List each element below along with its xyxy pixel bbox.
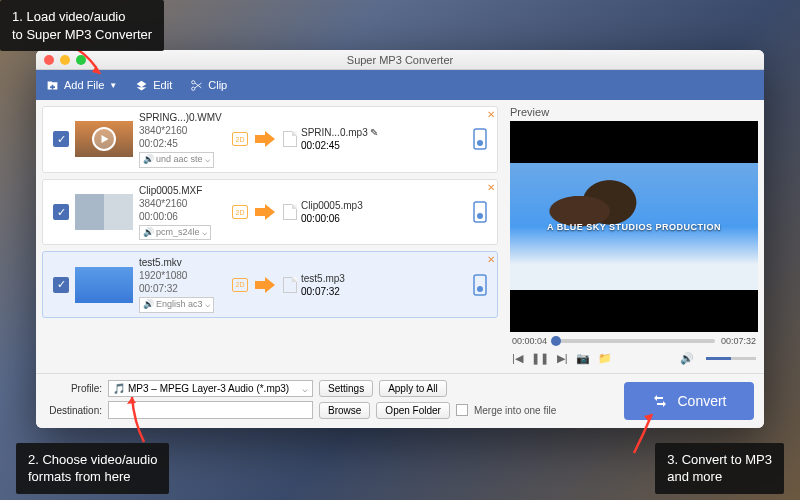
file-list: SPRING...)0.WMV 3840*2160 00:02:45 🔊 und… <box>36 100 504 373</box>
profile-label: Profile: <box>46 383 102 394</box>
svg-point-7 <box>477 286 483 292</box>
merge-label: Merge into one file <box>474 405 556 416</box>
video-preview[interactable]: A BLUE SKY STUDIOS PRODUCTION <box>510 121 758 332</box>
preview-label: Preview <box>510 106 758 118</box>
source-filename: SPRING...)0.WMV <box>139 111 229 124</box>
next-button[interactable]: ▶| <box>557 352 568 365</box>
arrow-right-icon <box>255 277 275 293</box>
edit-button[interactable]: Edit <box>135 79 172 92</box>
thumbnail[interactable] <box>75 121 133 157</box>
window-title: Super MP3 Converter <box>36 54 764 66</box>
apply-all-button[interactable]: Apply to All <box>379 380 446 397</box>
row-checkbox[interactable] <box>53 204 69 220</box>
browse-button[interactable]: Browse <box>319 402 370 419</box>
seek-slider[interactable] <box>553 339 715 343</box>
device-icon[interactable] <box>469 125 491 153</box>
svg-point-3 <box>477 140 483 146</box>
source-dimensions: 3840*2160 <box>139 197 229 210</box>
source-duration: 00:02:45 <box>139 137 229 150</box>
scissors-icon <box>190 79 203 92</box>
badge-2d-icon: 2D <box>232 132 248 146</box>
pause-button[interactable]: ❚❚ <box>531 352 549 365</box>
time-current: 00:00:04 <box>512 336 547 346</box>
badge-2d-icon: 2D <box>232 278 248 292</box>
time-total: 00:07:32 <box>721 336 756 346</box>
badge-2d-icon: 2D <box>232 205 248 219</box>
file-row[interactable]: SPRING...)0.WMV 3840*2160 00:02:45 🔊 und… <box>42 106 498 173</box>
file-row[interactable]: Clip0005.MXF 3840*2160 00:00:06 🔊 pcm_s2… <box>42 179 498 246</box>
merge-checkbox[interactable] <box>456 404 468 416</box>
audio-track-select[interactable]: 🔊 und aac ste ⌵ <box>139 152 214 168</box>
edit-label: Edit <box>153 79 172 91</box>
clip-button[interactable]: Clip <box>190 79 227 92</box>
row-checkbox[interactable] <box>53 131 69 147</box>
audio-track-select[interactable]: 🔊 pcm_s24le ⌵ <box>139 225 211 241</box>
thumbnail[interactable] <box>75 267 133 303</box>
output-filename: Clip0005.mp3 <box>301 199 379 212</box>
volume-icon[interactable]: 🔊 <box>680 352 694 365</box>
source-dimensions: 3840*2160 <box>139 124 229 137</box>
audio-track-select[interactable]: 🔊 English ac3 ⌵ <box>139 297 214 313</box>
source-duration: 00:00:06 <box>139 210 229 223</box>
callout-load: 1. Load video/audio to Super MP3 Convert… <box>0 0 164 51</box>
device-icon[interactable] <box>469 271 491 299</box>
volume-slider[interactable] <box>706 357 756 360</box>
clip-label: Clip <box>208 79 227 91</box>
app-window: Super MP3 Converter Add File ▼ Edit Clip… <box>36 50 764 428</box>
source-dimensions: 1920*1080 <box>139 269 229 282</box>
source-filename: test5.mkv <box>139 256 229 269</box>
output-file-icon <box>283 204 297 220</box>
output-duration: 00:02:45 <box>301 139 379 152</box>
svg-point-0 <box>192 80 195 83</box>
output-duration: 00:07:32 <box>301 285 379 298</box>
output-filename: SPRIN...0.mp3 ✎ <box>301 126 379 139</box>
output-filename: test5.mp3 <box>301 272 379 285</box>
source-filename: Clip0005.MXF <box>139 184 229 197</box>
snapshot-button[interactable]: 📷 <box>576 352 590 365</box>
remove-row-button[interactable]: ✕ <box>487 254 495 265</box>
output-duration: 00:00:06 <box>301 212 379 225</box>
svg-point-5 <box>477 213 483 219</box>
arrow-right-icon <box>255 131 275 147</box>
folder-button[interactable]: 📁 <box>598 352 612 365</box>
arrow-right-icon <box>255 204 275 220</box>
remove-row-button[interactable]: ✕ <box>487 109 495 120</box>
video-overlay-text: A BLUE SKY STUDIOS PRODUCTION <box>547 222 721 232</box>
remove-row-button[interactable]: ✕ <box>487 182 495 193</box>
file-row[interactable]: test5.mkv 1920*1080 00:07:32 🔊 English a… <box>42 251 498 318</box>
svg-point-1 <box>192 87 195 90</box>
row-checkbox[interactable] <box>53 277 69 293</box>
prev-button[interactable]: |◀ <box>512 352 523 365</box>
output-file-icon <box>283 277 297 293</box>
output-file-icon <box>283 131 297 147</box>
open-folder-button[interactable]: Open Folder <box>376 402 450 419</box>
edit-icon <box>135 79 148 92</box>
source-duration: 00:07:32 <box>139 282 229 295</box>
toolbar: Add File ▼ Edit Clip <box>36 70 764 100</box>
add-file-icon <box>46 79 59 92</box>
device-icon[interactable] <box>469 198 491 226</box>
thumbnail[interactable] <box>75 194 133 230</box>
convert-label: Convert <box>677 393 726 409</box>
preview-panel: Preview A BLUE SKY STUDIOS PRODUCTION 00… <box>504 100 764 373</box>
settings-button[interactable]: Settings <box>319 380 373 397</box>
callout-format: 2. Choose video/audio formats from here <box>16 443 169 494</box>
destination-label: Destination: <box>46 405 102 416</box>
callout-convert: 3. Convert to MP3 and more <box>655 443 784 494</box>
titlebar: Super MP3 Converter <box>36 50 764 70</box>
